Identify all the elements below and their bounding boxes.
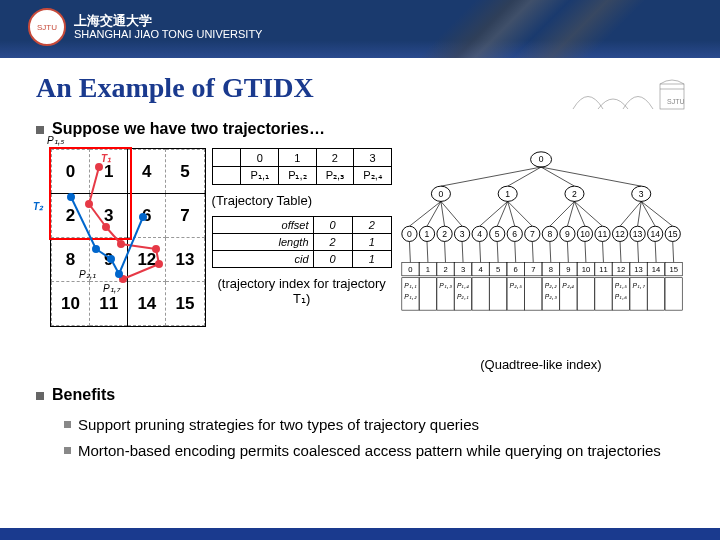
svg-text:0: 0 [407, 229, 412, 239]
svg-line-83 [641, 201, 672, 226]
svg-text:10: 10 [582, 265, 590, 274]
svg-text:P₂,₂: P₂,₂ [545, 282, 557, 289]
svg-line-71 [574, 201, 602, 226]
svg-text:14: 14 [652, 265, 661, 274]
footer-bar [0, 528, 720, 540]
seal-icon: SJTU [28, 8, 66, 46]
svg-line-89 [427, 241, 428, 262]
svg-line-53 [497, 201, 507, 226]
svg-line-131 [673, 241, 674, 262]
bullet-icon [36, 392, 44, 400]
svg-text:0: 0 [438, 189, 443, 199]
svg-text:P₂,₃: P₂,₃ [545, 293, 557, 300]
svg-line-104 [515, 241, 516, 262]
svg-text:13: 13 [633, 229, 643, 239]
svg-text:11: 11 [598, 229, 608, 239]
svg-line-95 [462, 241, 463, 262]
svg-line-110 [550, 241, 551, 262]
uni-name-cn: 上海交通大学 [74, 13, 262, 29]
svg-text:5: 5 [495, 229, 500, 239]
svg-line-41 [427, 201, 441, 226]
trajectory-index-caption: (trajectory index for trajectory T₁) [212, 276, 392, 306]
svg-line-122 [620, 241, 621, 262]
svg-rect-161 [665, 278, 682, 310]
traj-label-t1: T₁ [101, 153, 111, 164]
grid-cell: 12 [128, 238, 166, 282]
grid-cell: 5 [166, 150, 204, 194]
grid-cell: 7 [166, 194, 204, 238]
svg-text:12: 12 [617, 265, 625, 274]
svg-text:P₁,₅: P₁,₅ [615, 282, 627, 289]
svg-rect-144 [489, 278, 506, 310]
corner-decoration: SJTU [568, 74, 698, 114]
svg-text:6: 6 [512, 229, 517, 239]
svg-rect-137 [419, 278, 436, 310]
svg-line-107 [532, 241, 533, 262]
svg-text:7: 7 [530, 229, 535, 239]
svg-line-92 [444, 241, 445, 262]
svg-rect-153 [577, 278, 594, 310]
svg-rect-143 [472, 278, 489, 310]
point-label: P₂,₁ [79, 269, 96, 280]
svg-rect-0 [660, 84, 684, 109]
quadtree-caption: (Quadtree-like index) [398, 357, 684, 372]
svg-line-86 [409, 241, 410, 262]
svg-text:2: 2 [572, 189, 577, 199]
svg-text:4: 4 [478, 265, 483, 274]
grid-cell: 15 [166, 282, 204, 326]
svg-text:3: 3 [461, 265, 465, 274]
grid-cell: 2 [52, 194, 90, 238]
grid-cell: 13 [166, 238, 204, 282]
grid-cell: 3 [90, 194, 128, 238]
svg-line-98 [479, 241, 480, 262]
svg-text:9: 9 [565, 229, 570, 239]
svg-rect-154 [595, 278, 612, 310]
svg-line-50 [479, 201, 507, 226]
spatial-grid: P₁,₅ T₁ T₂ P₂,₁ P₁,₇ 0145236789121310111… [50, 148, 206, 327]
suppose-bullet: Suppose we have two trajectories… [36, 120, 684, 138]
benefits-list: Support pruning strategies for two types… [64, 414, 684, 462]
svg-text:8: 8 [547, 229, 552, 239]
svg-text:P₂,₅: P₂,₅ [509, 282, 521, 289]
bullet-icon [36, 126, 44, 134]
svg-text:0: 0 [539, 154, 544, 164]
svg-text:14: 14 [650, 229, 660, 239]
svg-text:2: 2 [443, 265, 447, 274]
svg-text:P₁,₂: P₁,₂ [404, 293, 416, 300]
benefits-bullet: Benefits [36, 386, 684, 404]
svg-text:2: 2 [442, 229, 447, 239]
svg-text:SJTU: SJTU [667, 98, 685, 105]
svg-text:0: 0 [408, 265, 412, 274]
svg-line-38 [409, 201, 440, 226]
trajectory-table: 0123P₁,₁P₁,₂P₂,₃P₂,₄ [212, 148, 392, 185]
svg-text:P₂,₄: P₂,₄ [562, 282, 574, 289]
grid-cell: 4 [128, 150, 166, 194]
svg-line-35 [541, 167, 641, 186]
svg-text:15: 15 [669, 265, 677, 274]
svg-text:P₁,₇: P₁,₇ [632, 282, 645, 289]
suppose-text: Suppose we have two trajectories… [52, 120, 325, 138]
uni-name-en: SHANGHAI JIAO TONG UNIVERSITY [74, 28, 262, 41]
svg-text:11: 11 [599, 265, 607, 274]
svg-text:6: 6 [513, 265, 517, 274]
benefits-title: Benefits [52, 386, 115, 404]
svg-text:P₁,₄: P₁,₄ [457, 282, 469, 289]
svg-text:12: 12 [615, 229, 625, 239]
svg-text:4: 4 [477, 229, 482, 239]
svg-text:P₁,₃: P₁,₃ [439, 282, 451, 289]
svg-text:5: 5 [496, 265, 500, 274]
svg-text:1: 1 [426, 265, 430, 274]
benefit-item: Support pruning strategies for two types… [64, 414, 684, 436]
svg-line-125 [637, 241, 638, 262]
svg-line-128 [655, 241, 656, 262]
svg-text:15: 15 [668, 229, 678, 239]
svg-rect-147 [525, 278, 542, 310]
svg-text:P₁,₁: P₁,₁ [404, 282, 416, 289]
benefit-item: Morton-based encoding permits coalesced … [64, 440, 684, 462]
point-label: P₁,₇ [103, 283, 120, 294]
trajectory-index-table: offset02length21cid01 [212, 216, 392, 268]
top-banner: SJTU 上海交通大学 SHANGHAI JIAO TONG UNIVERSIT… [0, 0, 720, 58]
svg-line-113 [567, 241, 568, 262]
grid-cell: 14 [128, 282, 166, 326]
grid-cell: 6 [128, 194, 166, 238]
